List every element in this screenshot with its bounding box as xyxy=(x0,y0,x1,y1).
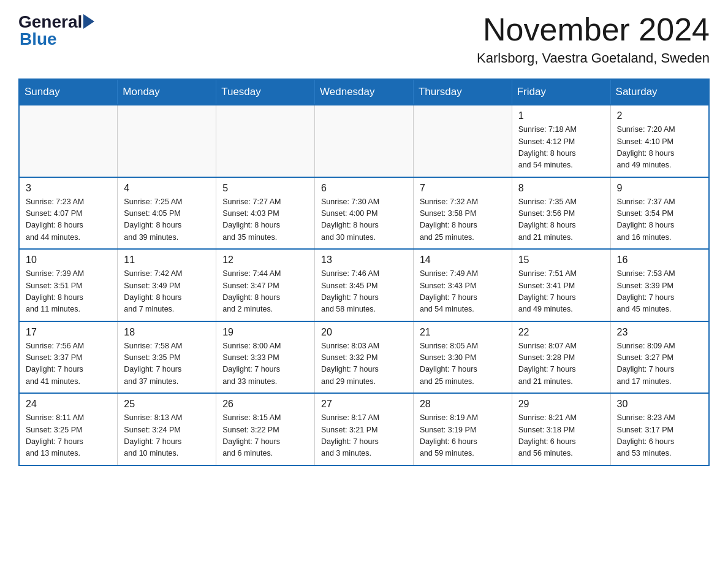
day-info: Sunrise: 8:03 AMSunset: 3:32 PMDaylight:… xyxy=(321,340,407,388)
day-number: 19 xyxy=(222,327,308,338)
day-info: Sunrise: 7:58 AMSunset: 3:35 PMDaylight:… xyxy=(124,340,210,388)
day-number: 9 xyxy=(617,183,702,194)
calendar-day-header: Sunday xyxy=(19,79,118,105)
calendar-day-cell: 8Sunrise: 7:35 AMSunset: 3:56 PMDaylight… xyxy=(512,177,610,250)
calendar-day-cell: 20Sunrise: 8:03 AMSunset: 3:32 PMDayligh… xyxy=(315,321,414,394)
calendar-day-cell xyxy=(413,105,512,177)
calendar-day-header: Thursday xyxy=(413,79,512,105)
calendar-day-cell: 19Sunrise: 8:00 AMSunset: 3:33 PMDayligh… xyxy=(216,321,315,394)
day-info: Sunrise: 8:07 AMSunset: 3:28 PMDaylight:… xyxy=(518,340,604,388)
day-number: 27 xyxy=(321,399,407,410)
month-year-title: November 2024 xyxy=(477,12,710,47)
day-number: 20 xyxy=(321,327,407,338)
calendar-day-cell: 24Sunrise: 8:11 AMSunset: 3:25 PMDayligh… xyxy=(19,393,118,465)
day-number: 26 xyxy=(222,399,308,410)
day-number: 8 xyxy=(518,183,604,194)
day-info: Sunrise: 8:05 AMSunset: 3:30 PMDaylight:… xyxy=(420,340,506,388)
calendar-day-cell: 21Sunrise: 8:05 AMSunset: 3:30 PMDayligh… xyxy=(413,321,512,394)
day-info: Sunrise: 8:19 AMSunset: 3:19 PMDaylight:… xyxy=(420,412,506,460)
calendar-day-cell: 28Sunrise: 8:19 AMSunset: 3:19 PMDayligh… xyxy=(413,393,512,465)
calendar-day-cell: 10Sunrise: 7:39 AMSunset: 3:51 PMDayligh… xyxy=(19,249,118,321)
calendar-day-cell: 18Sunrise: 7:58 AMSunset: 3:35 PMDayligh… xyxy=(118,321,216,394)
calendar-day-cell xyxy=(315,105,414,177)
calendar-day-cell: 4Sunrise: 7:25 AMSunset: 4:05 PMDaylight… xyxy=(118,177,216,250)
day-number: 2 xyxy=(617,110,702,121)
day-number: 16 xyxy=(617,255,702,266)
day-info: Sunrise: 7:27 AMSunset: 4:03 PMDaylight:… xyxy=(222,196,308,244)
logo: General Blue xyxy=(18,12,94,49)
calendar-day-cell: 30Sunrise: 8:23 AMSunset: 3:17 PMDayligh… xyxy=(610,393,709,465)
calendar-day-cell xyxy=(118,105,216,177)
calendar-day-cell: 9Sunrise: 7:37 AMSunset: 3:54 PMDaylight… xyxy=(610,177,709,250)
calendar-week-row: 3Sunrise: 7:23 AMSunset: 4:07 PMDaylight… xyxy=(19,177,709,250)
day-info: Sunrise: 7:51 AMSunset: 3:41 PMDaylight:… xyxy=(518,268,604,316)
day-number: 1 xyxy=(518,110,604,121)
day-number: 11 xyxy=(124,255,210,266)
day-info: Sunrise: 7:23 AMSunset: 4:07 PMDaylight:… xyxy=(26,196,111,244)
day-info: Sunrise: 7:53 AMSunset: 3:39 PMDaylight:… xyxy=(617,268,702,316)
calendar-day-cell: 5Sunrise: 7:27 AMSunset: 4:03 PMDaylight… xyxy=(216,177,315,250)
calendar-day-header: Wednesday xyxy=(315,79,414,105)
day-info: Sunrise: 8:23 AMSunset: 3:17 PMDaylight:… xyxy=(617,412,702,460)
logo-triangle-icon xyxy=(83,14,94,29)
logo-blue-label: Blue xyxy=(18,29,57,49)
day-number: 29 xyxy=(518,399,604,410)
day-info: Sunrise: 8:09 AMSunset: 3:27 PMDaylight:… xyxy=(617,340,702,388)
location-subtitle: Karlsborg, Vaestra Goetaland, Sweden xyxy=(477,50,710,66)
calendar-week-row: 10Sunrise: 7:39 AMSunset: 3:51 PMDayligh… xyxy=(19,249,709,321)
day-number: 12 xyxy=(222,255,308,266)
day-number: 18 xyxy=(124,327,210,338)
day-info: Sunrise: 7:56 AMSunset: 3:37 PMDaylight:… xyxy=(26,340,111,388)
calendar-day-cell: 14Sunrise: 7:49 AMSunset: 3:43 PMDayligh… xyxy=(413,249,512,321)
calendar-header-row: SundayMondayTuesdayWednesdayThursdayFrid… xyxy=(19,79,709,105)
day-info: Sunrise: 7:49 AMSunset: 3:43 PMDaylight:… xyxy=(420,268,506,316)
calendar-day-header: Tuesday xyxy=(216,79,315,105)
title-section: November 2024 Karlsborg, Vaestra Goetala… xyxy=(477,12,710,66)
calendar-week-row: 1Sunrise: 7:18 AMSunset: 4:12 PMDaylight… xyxy=(19,105,709,177)
day-info: Sunrise: 7:18 AMSunset: 4:12 PMDaylight:… xyxy=(518,124,604,172)
day-info: Sunrise: 7:35 AMSunset: 3:56 PMDaylight:… xyxy=(518,196,604,244)
day-info: Sunrise: 7:20 AMSunset: 4:10 PMDaylight:… xyxy=(617,124,702,172)
day-info: Sunrise: 8:15 AMSunset: 3:22 PMDaylight:… xyxy=(222,412,308,460)
calendar-day-cell: 29Sunrise: 8:21 AMSunset: 3:18 PMDayligh… xyxy=(512,393,610,465)
day-number: 17 xyxy=(26,327,111,338)
day-number: 21 xyxy=(420,327,506,338)
calendar-day-cell xyxy=(19,105,118,177)
day-info: Sunrise: 7:39 AMSunset: 3:51 PMDaylight:… xyxy=(26,268,111,316)
day-info: Sunrise: 8:00 AMSunset: 3:33 PMDaylight:… xyxy=(222,340,308,388)
day-info: Sunrise: 8:13 AMSunset: 3:24 PMDaylight:… xyxy=(124,412,210,460)
day-number: 30 xyxy=(617,399,702,410)
day-info: Sunrise: 7:25 AMSunset: 4:05 PMDaylight:… xyxy=(124,196,210,244)
calendar-day-header: Saturday xyxy=(610,79,709,105)
calendar-day-cell: 23Sunrise: 8:09 AMSunset: 3:27 PMDayligh… xyxy=(610,321,709,394)
calendar-day-cell: 1Sunrise: 7:18 AMSunset: 4:12 PMDaylight… xyxy=(512,105,610,177)
calendar-day-cell: 17Sunrise: 7:56 AMSunset: 3:37 PMDayligh… xyxy=(19,321,118,394)
day-number: 23 xyxy=(617,327,702,338)
calendar-week-row: 24Sunrise: 8:11 AMSunset: 3:25 PMDayligh… xyxy=(19,393,709,465)
calendar-day-header: Monday xyxy=(118,79,216,105)
calendar-day-header: Friday xyxy=(512,79,610,105)
calendar-day-cell: 26Sunrise: 8:15 AMSunset: 3:22 PMDayligh… xyxy=(216,393,315,465)
day-number: 13 xyxy=(321,255,407,266)
day-number: 15 xyxy=(518,255,604,266)
calendar-day-cell: 22Sunrise: 8:07 AMSunset: 3:28 PMDayligh… xyxy=(512,321,610,394)
calendar-day-cell: 11Sunrise: 7:42 AMSunset: 3:49 PMDayligh… xyxy=(118,249,216,321)
day-info: Sunrise: 7:37 AMSunset: 3:54 PMDaylight:… xyxy=(617,196,702,244)
day-info: Sunrise: 7:32 AMSunset: 3:58 PMDaylight:… xyxy=(420,196,506,244)
calendar-day-cell: 13Sunrise: 7:46 AMSunset: 3:45 PMDayligh… xyxy=(315,249,414,321)
day-number: 6 xyxy=(321,183,407,194)
day-number: 3 xyxy=(26,183,111,194)
day-info: Sunrise: 8:21 AMSunset: 3:18 PMDaylight:… xyxy=(518,412,604,460)
calendar-day-cell: 6Sunrise: 7:30 AMSunset: 4:00 PMDaylight… xyxy=(315,177,414,250)
calendar-day-cell: 3Sunrise: 7:23 AMSunset: 4:07 PMDaylight… xyxy=(19,177,118,250)
calendar-table: SundayMondayTuesdayWednesdayThursdayFrid… xyxy=(18,79,710,466)
day-info: Sunrise: 7:44 AMSunset: 3:47 PMDaylight:… xyxy=(222,268,308,316)
day-info: Sunrise: 8:17 AMSunset: 3:21 PMDaylight:… xyxy=(321,412,407,460)
day-number: 28 xyxy=(420,399,506,410)
calendar-day-cell: 16Sunrise: 7:53 AMSunset: 3:39 PMDayligh… xyxy=(610,249,709,321)
calendar-day-cell: 12Sunrise: 7:44 AMSunset: 3:47 PMDayligh… xyxy=(216,249,315,321)
day-info: Sunrise: 7:30 AMSunset: 4:00 PMDaylight:… xyxy=(321,196,407,244)
day-number: 4 xyxy=(124,183,210,194)
day-number: 14 xyxy=(420,255,506,266)
day-number: 7 xyxy=(420,183,506,194)
